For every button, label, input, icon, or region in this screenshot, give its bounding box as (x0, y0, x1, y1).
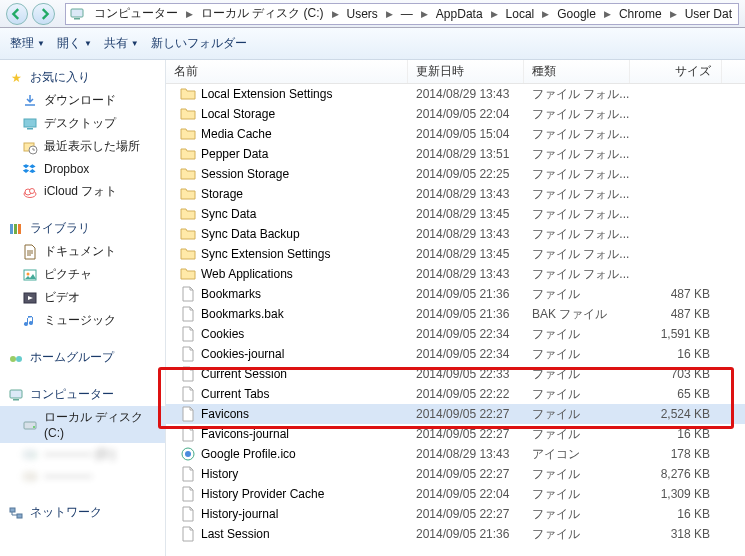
sidebar-fav-item[interactable]: ダウンロード (0, 89, 165, 112)
breadcrumb-segment[interactable]: AppData (430, 7, 489, 21)
sidebar-fav-item[interactable]: iCloud フォト (0, 180, 165, 203)
file-name: Current Session (201, 367, 287, 381)
organize-menu[interactable]: 整理▼ (10, 35, 45, 52)
breadcrumb-segment[interactable]: Google (551, 7, 602, 21)
file-type: ファイル フォル... (524, 106, 630, 123)
folder-icon (180, 226, 196, 242)
file-size: 2,524 KB (630, 407, 722, 421)
file-type: ファイル フォル... (524, 166, 630, 183)
svg-point-15 (10, 356, 16, 362)
file-date: 2014/09/05 22:27 (408, 427, 524, 441)
share-menu[interactable]: 共有▼ (104, 35, 139, 52)
file-row[interactable]: Storage2014/08/29 13:43ファイル フォル... (166, 184, 745, 204)
file-name: Pepper Data (201, 147, 268, 161)
col-size[interactable]: サイズ (630, 60, 722, 83)
sidebar-lib-item[interactable]: ビデオ (0, 286, 165, 309)
file-type: ファイル フォル... (524, 246, 630, 263)
breadcrumb-segment[interactable]: Chrome (613, 7, 668, 21)
breadcrumb[interactable]: コンピューター▶ローカル ディスク (C:)▶Users▶—▶AppData▶L… (65, 3, 739, 25)
file-icon (180, 366, 196, 382)
file-row[interactable]: Local Extension Settings2014/08/29 13:43… (166, 84, 745, 104)
hdd-icon (22, 417, 38, 433)
file-date: 2014/09/05 22:27 (408, 507, 524, 521)
file-row[interactable]: Favicons2014/09/05 22:27ファイル2,524 KB (166, 404, 745, 424)
download-icon (22, 93, 38, 109)
file-name: History-journal (201, 507, 278, 521)
file-row[interactable]: Google Profile.ico2014/08/29 13:43アイコン17… (166, 444, 745, 464)
forward-button[interactable] (32, 3, 54, 25)
file-row[interactable]: Sync Data2014/08/29 13:45ファイル フォル... (166, 204, 745, 224)
breadcrumb-segment[interactable]: User Dat (679, 7, 738, 21)
sidebar-item-label: 最近表示した場所 (44, 138, 140, 155)
svg-point-8 (30, 188, 35, 193)
file-row[interactable]: History Provider Cache2014/09/05 22:04ファ… (166, 484, 745, 504)
file-row[interactable]: History2014/09/05 22:27ファイル8,276 KB (166, 464, 745, 484)
svg-point-20 (33, 426, 35, 428)
file-name: Bookmarks.bak (201, 307, 284, 321)
file-type: ファイル (524, 526, 630, 543)
file-icon (180, 466, 196, 482)
file-date: 2014/08/29 13:43 (408, 187, 524, 201)
col-name[interactable]: 名前 (166, 60, 408, 83)
file-date: 2014/09/05 15:04 (408, 127, 524, 141)
sidebar-network-head[interactable]: ネットワーク (0, 501, 165, 524)
sidebar-fav-item[interactable]: Dropbox (0, 158, 165, 180)
sidebar-drive-item[interactable]: ———— (0, 465, 165, 487)
sidebar-fav-item[interactable]: 最近表示した場所 (0, 135, 165, 158)
folder-icon (180, 86, 196, 102)
file-type: アイコン (524, 446, 630, 463)
file-name: Last Session (201, 527, 270, 541)
sidebar-libraries-head[interactable]: ライブラリ (0, 217, 165, 240)
file-row[interactable]: Last Session2014/09/05 21:36ファイル318 KB (166, 524, 745, 544)
breadcrumb-segment[interactable]: コンピューター (88, 5, 184, 22)
file-row[interactable]: Current Tabs2014/09/05 22:22ファイル65 KB (166, 384, 745, 404)
file-row[interactable]: Bookmarks.bak2014/09/05 21:36BAK ファイル487… (166, 304, 745, 324)
file-icon (180, 426, 196, 442)
file-row[interactable]: Local Storage2014/09/05 22:04ファイル フォル... (166, 104, 745, 124)
col-date[interactable]: 更新日時 (408, 60, 524, 83)
file-date: 2014/09/05 22:25 (408, 167, 524, 181)
sidebar-favorites-head[interactable]: ★お気に入り (0, 66, 165, 89)
breadcrumb-segment[interactable]: — (395, 7, 419, 21)
file-row[interactable]: Cookies2014/09/05 22:34ファイル1,591 KB (166, 324, 745, 344)
file-row[interactable]: Sync Data Backup2014/08/29 13:43ファイル フォル… (166, 224, 745, 244)
file-type: ファイル フォル... (524, 86, 630, 103)
file-row[interactable]: Sync Extension Settings2014/08/29 13:45フ… (166, 244, 745, 264)
file-row[interactable]: Pepper Data2014/08/29 13:51ファイル フォル... (166, 144, 745, 164)
new-folder-button[interactable]: 新しいフォルダー (151, 35, 247, 52)
column-headers: 名前 更新日時 種類 サイズ (166, 60, 745, 84)
sidebar-lib-item[interactable]: ドキュメント (0, 240, 165, 263)
breadcrumb-segment[interactable]: Local (500, 7, 541, 21)
back-button[interactable] (6, 3, 28, 25)
sidebar-fav-item[interactable]: デスクトップ (0, 112, 165, 135)
file-row[interactable]: Favicons-journal2014/09/05 22:27ファイル16 K… (166, 424, 745, 444)
file-icon (180, 306, 196, 322)
file-row[interactable]: Web Applications2014/08/29 13:43ファイル フォル… (166, 264, 745, 284)
file-size: 178 KB (630, 447, 722, 461)
file-size: 1,309 KB (630, 487, 722, 501)
doc-icon (22, 244, 38, 260)
folder-icon (180, 126, 196, 142)
col-type[interactable]: 種類 (524, 60, 630, 83)
file-row[interactable]: Current Session2014/09/05 22:33ファイル703 K… (166, 364, 745, 384)
file-size: 16 KB (630, 347, 722, 361)
sidebar-computer-head[interactable]: コンピューター (0, 383, 165, 406)
file-row[interactable]: Cookies-journal2014/09/05 22:34ファイル16 KB (166, 344, 745, 364)
open-menu[interactable]: 開く▼ (57, 35, 92, 52)
sidebar-homegroup-head[interactable]: ホームグループ (0, 346, 165, 369)
svg-rect-10 (14, 224, 17, 234)
file-row[interactable]: Session Storage2014/09/05 22:25ファイル フォル.… (166, 164, 745, 184)
file-row[interactable]: Media Cache2014/09/05 15:04ファイル フォル... (166, 124, 745, 144)
breadcrumb-segment[interactable]: Users (341, 7, 384, 21)
sidebar-drive-item[interactable]: ———— (D:) (0, 443, 165, 465)
file-name: History Provider Cache (201, 487, 324, 501)
file-list-pane: 名前 更新日時 種類 サイズ Local Extension Settings2… (166, 60, 745, 556)
file-name: Google Profile.ico (201, 447, 296, 461)
sidebar-drive-item[interactable]: ローカル ディスク (C:) (0, 406, 165, 443)
file-row[interactable]: History-journal2014/09/05 22:27ファイル16 KB (166, 504, 745, 524)
breadcrumb-segment[interactable]: ローカル ディスク (C:) (195, 5, 330, 22)
sidebar-lib-item[interactable]: ピクチャ (0, 263, 165, 286)
sidebar-lib-item[interactable]: ミュージック (0, 309, 165, 332)
file-type: ファイル (524, 426, 630, 443)
file-row[interactable]: Bookmarks2014/09/05 21:36ファイル487 KB (166, 284, 745, 304)
